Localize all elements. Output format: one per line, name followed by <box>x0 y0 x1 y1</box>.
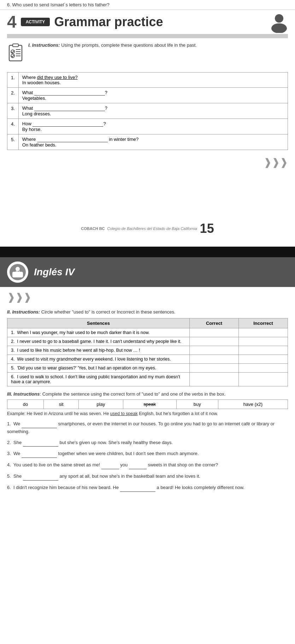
table-row: 3. What ? Long dresses. <box>7 103 288 119</box>
clipboard-icon <box>7 42 24 65</box>
table-row: 4. We used to visit my grandmother every… <box>7 355 288 364</box>
example-text: Example: He lived in Arizona until he wa… <box>0 409 295 418</box>
table-row: 5. 'Did you use to wear glasses?' 'Yes, … <box>7 364 288 373</box>
spacer <box>0 172 295 214</box>
activity-title: Grammar practice <box>54 15 163 29</box>
list-item: 2. She but she's given up now. She's rea… <box>7 439 288 447</box>
svg-rect-13 <box>12 272 23 277</box>
svg-point-0 <box>275 14 283 23</box>
activity-header: 4 ACTIVITY Grammar practice <box>0 10 295 34</box>
svg-point-12 <box>16 267 20 271</box>
section-chevron: ❱❱❱ <box>0 287 295 307</box>
table-row: 1. When I was younger, my hair used to b… <box>7 328 288 337</box>
instructions-text: I. Instructions: Using the prompts, comp… <box>28 42 197 48</box>
section2-instructions: II. Instructions: Circle whether "used t… <box>0 307 295 318</box>
chevron2-icon: ❱❱❱ <box>7 292 31 303</box>
col-incorrect: Incorrect <box>239 318 288 328</box>
list-item: 4. You used to live on the same street a… <box>7 461 288 469</box>
footer-brand: COBACH BC Colegio de Bachilleres del Est… <box>81 226 197 231</box>
black-divider <box>0 247 295 257</box>
table-header-row: Sentences Correct Incorrect <box>7 318 288 328</box>
table-row: 1. Where did they use to live? In wooden… <box>7 73 288 88</box>
list-item: 3. We together when we were children, bu… <box>7 450 288 458</box>
activity-number: 4 <box>7 13 17 30</box>
header-question: 6. Who used to send Ismael´s letters to … <box>0 0 295 10</box>
col-sentences: Sentences <box>7 318 190 328</box>
list-item: 1. We smartphones, or even the internet … <box>7 420 288 436</box>
table-row: 3. I used to like his music before he we… <box>7 346 288 355</box>
fill-exercise: 1. We smartphones, or even the internet … <box>0 418 295 498</box>
svg-point-1 <box>271 23 287 33</box>
table-row: 2. I never used to go to a baseball game… <box>7 337 288 346</box>
table-row: 5. Where in winter time? On feather beds… <box>7 134 288 150</box>
col-correct: Correct <box>190 318 239 328</box>
svg-rect-3 <box>13 44 18 47</box>
chevron-right: ❱❱❱ <box>0 153 295 172</box>
activity-tag: ACTIVITY <box>21 18 50 26</box>
table-row: 2. What ? Vegetables. <box>7 88 288 103</box>
page-number: 15 <box>200 221 214 236</box>
list-item: 6. I didn't recognize him because of his… <box>7 484 288 492</box>
bottom-page: IV Inglés IV ❱❱❱ II. Instructions: Circl… <box>0 257 295 505</box>
gray-bar <box>7 34 288 38</box>
exercise-table: 1. Where did they use to live? In wooden… <box>7 72 288 150</box>
ingles-logo-icon: IV <box>7 261 28 283</box>
top-page: 6. Who used to send Ismael´s letters to … <box>0 0 295 247</box>
ingles-title: Inglés IV <box>34 266 75 278</box>
section3-instructions: III. Instructions: Complete the sentence… <box>0 386 295 399</box>
verb-box-row: do sit play speak buy have (x2) <box>7 400 288 409</box>
sentences-table: Sentences Correct Incorrect 1. When I wa… <box>7 318 288 386</box>
table-row: 6. I used to walk to school. I don't lik… <box>7 373 288 386</box>
footer-bar: COBACH BC Colegio de Bachilleres del Est… <box>0 214 295 240</box>
verb-box-table: do sit play speak buy have (x2) <box>7 399 288 409</box>
avatar-icon <box>270 13 288 36</box>
instructions-box: I. Instructions: Using the prompts, comp… <box>0 38 295 69</box>
table-row: 4. How ? By horse. <box>7 119 288 134</box>
svg-rect-2 <box>9 45 22 61</box>
list-item: 5. She any sport at all, but now she's i… <box>7 473 288 481</box>
ingles-header: IV Inglés IV <box>0 257 295 287</box>
chevron-icon: ❱❱❱ <box>264 157 288 168</box>
